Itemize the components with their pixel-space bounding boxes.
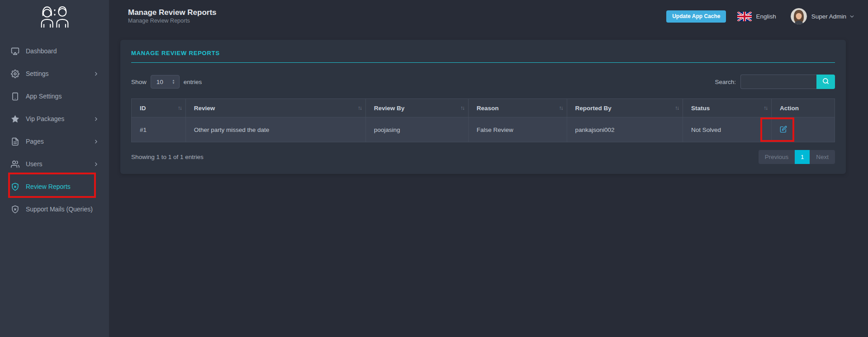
- select-arrows-icon: ▲▼: [172, 79, 175, 84]
- show-label: Show: [131, 79, 147, 85]
- breadcrumb: Manage Review Reports: [128, 18, 217, 24]
- smartphone-icon: [11, 92, 19, 101]
- search-area: Search:: [715, 75, 835, 89]
- search-input[interactable]: [740, 75, 816, 89]
- star-icon: [11, 115, 19, 123]
- column-header-review-by[interactable]: Review By↑↓: [365, 99, 468, 117]
- entries-label: entries: [184, 79, 202, 85]
- sidebar-item-label: Users: [26, 160, 43, 168]
- column-header-action: Action: [772, 99, 835, 117]
- sidebar-item-users[interactable]: Users: [0, 153, 109, 175]
- previous-page-button[interactable]: Previous: [759, 150, 795, 164]
- table-footer: Showing 1 to 1 of 1 entries Previous 1 N…: [131, 150, 835, 164]
- table-controls: Show 10 ▲▼ entries Search:: [131, 75, 835, 89]
- edit-icon: [780, 126, 787, 134]
- sidebar-item-app-settings[interactable]: App Settings: [0, 85, 109, 108]
- search-button[interactable]: [816, 75, 835, 89]
- topbar: Manage Review Reports Manage Review Repo…: [109, 0, 868, 33]
- status-badge: Not Solved: [683, 117, 772, 142]
- file-text-icon: [11, 137, 19, 146]
- sort-icon: ↑↓: [460, 105, 464, 111]
- chevron-right-icon: [93, 139, 99, 145]
- sidebar-item-review-reports[interactable]: Review Reports: [0, 175, 109, 198]
- page-size-value: 10: [157, 79, 163, 85]
- sidebar-nav: Dashboard Settings App Settings: [0, 33, 109, 220]
- sidebar-item-dashboard[interactable]: Dashboard: [0, 40, 109, 62]
- page-size-select[interactable]: 10 ▲▼: [151, 75, 180, 89]
- chevron-down-icon[interactable]: [849, 14, 855, 19]
- page-1-button[interactable]: 1: [795, 150, 810, 164]
- couple-logo-icon: [37, 5, 72, 32]
- column-header-status[interactable]: Status↑↓: [683, 99, 772, 117]
- chevron-right-icon: [93, 116, 99, 122]
- page-title: Manage Review Reports: [128, 9, 217, 16]
- pagination: Previous 1 Next: [759, 150, 835, 164]
- table-info: Showing 1 to 1 of 1 entries: [131, 154, 204, 160]
- card-title: MANAGE REVIEW REPORTS: [131, 50, 835, 56]
- page-heading: Manage Review Reports Manage Review Repo…: [128, 9, 217, 24]
- sidebar-item-label: Dashboard: [26, 47, 57, 55]
- table-header-row: ID↑↓ Review↑↓ Review By↑↓ Reason↑↓ Repor…: [132, 99, 835, 117]
- language-label[interactable]: English: [756, 13, 776, 20]
- users-icon: [11, 160, 19, 168]
- sort-icon: ↑↓: [559, 105, 563, 111]
- chevron-right-icon: [93, 71, 99, 77]
- chevron-right-icon: [93, 161, 99, 167]
- sidebar-item-label: App Settings: [26, 93, 62, 100]
- user-menu[interactable]: Super Admin: [811, 13, 846, 20]
- cell-action: [772, 117, 835, 142]
- main-area: Manage Review Reports Manage Review Repo…: [109, 0, 868, 337]
- sidebar-item-label: Support Mails (Queries): [26, 206, 93, 213]
- topbar-right: Update App Cache English: [666, 8, 855, 24]
- content: MANAGE REVIEW REPORTS Show 10 ▲▼ entries…: [109, 33, 868, 174]
- search-icon: [822, 78, 829, 86]
- card-title-rule: [131, 62, 835, 63]
- app-root: Dashboard Settings App Settings: [0, 0, 868, 337]
- sidebar-item-label: Vip Packages: [26, 115, 64, 122]
- sidebar-item-label: Pages: [26, 138, 44, 145]
- edit-report-button[interactable]: [780, 126, 787, 134]
- length-menu: Show 10 ▲▼ entries: [131, 75, 202, 89]
- shield-x-icon: [11, 205, 19, 214]
- shield-x-icon: [11, 183, 19, 191]
- next-page-button[interactable]: Next: [810, 150, 835, 164]
- column-header-review[interactable]: Review↑↓: [185, 99, 365, 117]
- sidebar-item-label: Settings: [26, 70, 49, 77]
- cell-review-by: poojasing: [365, 117, 468, 142]
- column-header-reported-by[interactable]: Reported By↑↓: [567, 99, 683, 117]
- sidebar: Dashboard Settings App Settings: [0, 0, 109, 337]
- uk-flag-icon[interactable]: [737, 12, 752, 21]
- cell-reason: False Review: [468, 117, 567, 142]
- sort-icon: ↑↓: [358, 105, 361, 111]
- sort-icon: ↑↓: [675, 105, 678, 111]
- sidebar-item-pages[interactable]: Pages: [0, 130, 109, 153]
- sort-icon: ↑↓: [764, 105, 767, 111]
- search-label: Search:: [715, 79, 736, 85]
- sidebar-item-label: Review Reports: [26, 183, 71, 190]
- sidebar-item-vip-packages[interactable]: Vip Packages: [0, 108, 109, 130]
- review-reports-card: MANAGE REVIEW REPORTS Show 10 ▲▼ entries…: [120, 40, 846, 174]
- gear-icon: [11, 70, 19, 78]
- review-reports-table: ID↑↓ Review↑↓ Review By↑↓ Reason↑↓ Repor…: [131, 98, 835, 142]
- update-app-cache-button[interactable]: Update App Cache: [666, 10, 726, 23]
- sidebar-item-support-mails[interactable]: Support Mails (Queries): [0, 198, 109, 220]
- sidebar-item-settings[interactable]: Settings: [0, 62, 109, 85]
- column-header-id[interactable]: ID↑↓: [132, 99, 186, 117]
- app-logo[interactable]: [0, 0, 109, 33]
- table-row: #1 Other party missed the date poojasing…: [132, 117, 835, 142]
- cell-id: #1: [132, 117, 186, 142]
- avatar[interactable]: [791, 8, 807, 24]
- airplay-icon: [11, 47, 19, 56]
- cell-review: Other party missed the date: [185, 117, 365, 142]
- column-header-reason[interactable]: Reason↑↓: [468, 99, 567, 117]
- cell-reported-by: pankajsoni002: [567, 117, 683, 142]
- sort-icon: ↑↓: [178, 105, 181, 111]
